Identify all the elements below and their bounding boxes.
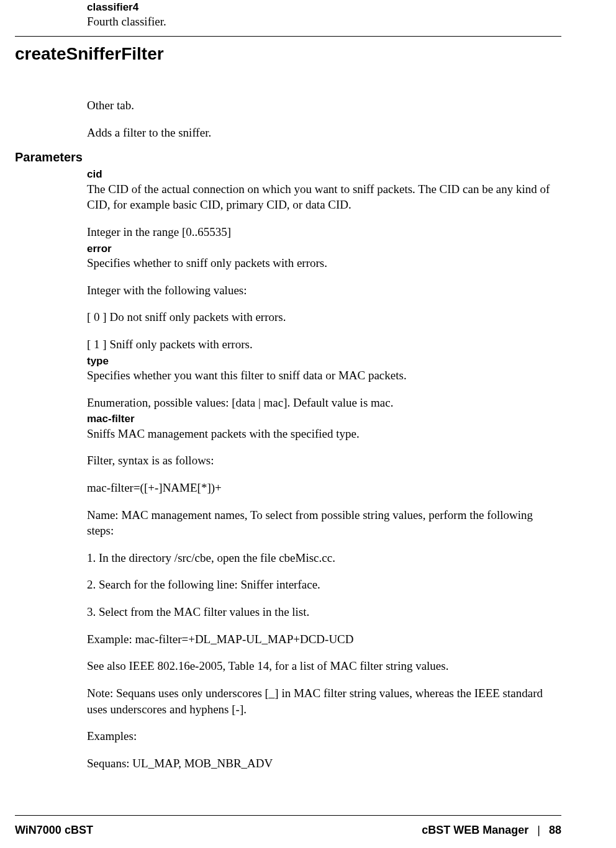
page-footer: WiN7000 cBST cBST WEB Manager | 88	[15, 824, 561, 837]
command-intro-1: Other tab.	[87, 97, 561, 114]
param-name-classifier4: classifier4	[87, 1, 561, 14]
param-macfilter-p1: Sniffs MAC management packets with the s…	[87, 426, 561, 442]
command-title: createSnifferFilter	[15, 44, 561, 64]
param-cid-p2: Integer in the range [0..65535]	[87, 224, 561, 240]
param-name-type: type	[87, 355, 561, 368]
param-cid: cid The CID of the actual connection on …	[87, 168, 561, 240]
param-macfilter-p2: Filter, syntax is as follows:	[87, 453, 561, 469]
previous-param-block: classifier4 Fourth classifier.	[87, 0, 561, 30]
footer-right: cBST WEB Manager | 88	[422, 824, 561, 837]
param-error-p1: Specifies whether to sniff only packets …	[87, 255, 561, 271]
param-macfilter-p6: 2. Search for the following line: Sniffe…	[87, 577, 561, 593]
param-cid-p1: The CID of the actual connection on whic…	[87, 181, 561, 213]
param-name-mac-filter: mac-filter	[87, 413, 561, 425]
param-macfilter-p12: Sequans: UL_MAP, MOB_NBR_ADV	[87, 756, 561, 772]
parameters-heading: Parameters	[15, 150, 561, 165]
param-macfilter-p7: 3. Select from the MAC filter values in …	[87, 604, 561, 620]
footer-separator: |	[537, 824, 540, 837]
param-macfilter-p11: Examples:	[87, 728, 561, 744]
param-macfilter-p8: Example: mac-filter=+DL_MAP-UL_MAP+DCD-U…	[87, 631, 561, 647]
section-divider	[15, 36, 561, 37]
param-macfilter-p5: 1. In the directory /src/cbe, open the f…	[87, 550, 561, 566]
param-name-cid: cid	[87, 168, 561, 181]
param-macfilter-p3: mac-filter=([+-]NAME[*])+	[87, 480, 561, 496]
footer-section-title: cBST WEB Manager	[422, 824, 528, 837]
param-error: error Specifies whether to sniff only pa…	[87, 243, 561, 353]
param-type-p1: Specifies whether you want this filter t…	[87, 368, 561, 384]
param-error-p3: [ 0 ] Do not sniff only packets with err…	[87, 309, 561, 325]
param-macfilter-p9: See also IEEE 802.16e-2005, Table 14, fo…	[87, 658, 561, 674]
command-intro-block: Other tab. Adds a filter to the sniffer.	[87, 97, 561, 140]
param-desc-classifier4: Fourth classifier.	[87, 14, 561, 30]
param-error-p2: Integer with the following values:	[87, 282, 561, 299]
page: classifier4 Fourth classifier. createSni…	[0, 0, 616, 848]
footer-divider	[15, 815, 561, 816]
param-macfilter-p10: Note: Sequans uses only underscores [_] …	[87, 685, 561, 717]
footer-left: WiN7000 cBST	[15, 824, 93, 837]
param-name-error: error	[87, 243, 561, 255]
command-intro-2: Adds a filter to the sniffer.	[87, 125, 561, 141]
footer-page-number: 88	[549, 824, 561, 837]
param-type-p2: Enumeration, possible values: [data | ma…	[87, 395, 561, 411]
param-type: type Specifies whether you want this fil…	[87, 355, 561, 411]
parameters-block: cid The CID of the actual connection on …	[87, 168, 561, 771]
param-macfilter-p4: Name: MAC management names, To select fr…	[87, 507, 561, 539]
param-error-p4: [ 1 ] Sniff only packets with errors.	[87, 336, 561, 353]
param-mac-filter: mac-filter Sniffs MAC management packets…	[87, 413, 561, 771]
